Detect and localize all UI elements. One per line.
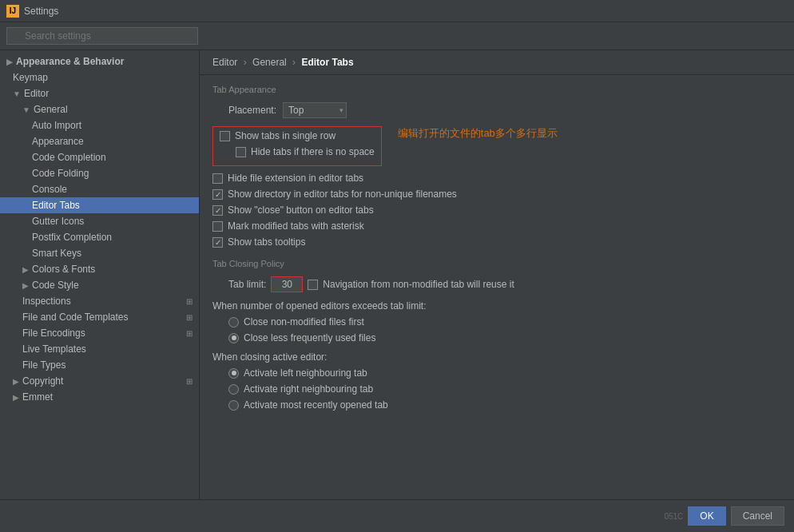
- sidebar-item-emmet[interactable]: ▶ Emmet: [0, 389, 199, 405]
- sidebar-item-smart-keys[interactable]: Smart Keys: [0, 245, 199, 261]
- radio-button[interactable]: [228, 400, 239, 411]
- ok-button[interactable]: OK: [688, 506, 725, 526]
- tab-limit-input[interactable]: [271, 276, 303, 292]
- placement-select[interactable]: Top Bottom Left Right: [283, 102, 347, 118]
- sidebar-item-gutter-icons[interactable]: Gutter Icons: [0, 213, 199, 229]
- radio-activate-recent: Activate most recently opened tab: [212, 399, 781, 411]
- checkbox-item[interactable]: Show "close" button on editor tabs: [212, 204, 374, 216]
- arrow-icon: ▶: [13, 393, 19, 402]
- sidebar-item-code-style[interactable]: ▶ Code Style: [0, 277, 199, 293]
- sidebar-item-live-templates[interactable]: Live Templates: [0, 341, 199, 357]
- checkbox-label: Show tabs in single row: [235, 130, 335, 141]
- checkbox-item[interactable]: Hide file extension in editor tabs: [212, 173, 363, 184]
- checkbox-item[interactable]: Hide tabs if there is no space: [236, 146, 375, 157]
- checkbox-mark-modified: Mark modified tabs with asterisk: [212, 220, 781, 232]
- sidebar-label: Inspections: [22, 296, 71, 307]
- radio-button[interactable]: [228, 384, 239, 395]
- sidebar-item-file-types[interactable]: File Types: [0, 357, 199, 373]
- main-container: 🔍 ▶ Appearance & Behavior Keymap ▼ Edito…: [0, 22, 794, 532]
- checkbox-label: Hide tabs if there is no space: [251, 146, 375, 157]
- checkbox-box[interactable]: [308, 280, 318, 290]
- sidebar-label: File Types: [22, 359, 66, 371]
- sidebar-label: File Encodings: [22, 328, 85, 339]
- radio-label: Activate most recently opened tab: [244, 399, 388, 411]
- sidebar-item-keymap[interactable]: Keymap: [0, 69, 199, 85]
- checkbox-show-tooltips: Show tabs tooltips: [212, 236, 781, 248]
- settings-content: Tab Appearance Placement: Top Bottom Lef…: [200, 75, 794, 425]
- breadcrumb-sep2: ›: [292, 57, 298, 68]
- arrow-icon: ▼: [13, 89, 21, 98]
- sidebar-item-appearance[interactable]: Appearance: [0, 133, 199, 149]
- bottom-bar: 051C OK Cancel: [0, 499, 794, 532]
- sidebar-item-editor[interactable]: ▼ Editor: [0, 85, 199, 101]
- checkbox-label: Show "close" button on editor tabs: [228, 204, 374, 216]
- checkbox-item[interactable]: Show tabs in single row: [220, 130, 335, 141]
- checkbox-label: Hide file extension in editor tabs: [228, 173, 363, 184]
- checkbox-item[interactable]: Show tabs tooltips: [212, 236, 305, 248]
- sidebar-item-editor-tabs[interactable]: Editor Tabs: [0, 197, 199, 213]
- sidebar-item-general[interactable]: ▼ General: [0, 101, 199, 117]
- radio-button[interactable]: [228, 317, 239, 328]
- sidebar-label: Live Templates: [22, 343, 86, 355]
- checkbox-box[interactable]: [212, 221, 223, 232]
- tab-closing-title: Tab Closing Policy: [212, 259, 781, 268]
- checkbox-item[interactable]: Show directory in editor tabs for non-un…: [212, 189, 457, 200]
- sidebar-label: Postfix Completion: [32, 232, 112, 243]
- checkbox-box[interactable]: [212, 237, 223, 248]
- sidebar-item-file-encodings[interactable]: File Encodings ⊞: [0, 325, 199, 341]
- external-icon: ⊞: [186, 297, 193, 306]
- placement-row: Placement: Top Bottom Left Right ▾: [212, 102, 781, 118]
- sidebar-label: Colors & Fonts: [32, 264, 95, 275]
- sidebar-item-colors-fonts[interactable]: ▶ Colors & Fonts: [0, 261, 199, 277]
- annotation-text: 编辑打开的文件的tab多个多行显示: [398, 126, 558, 141]
- sidebar-item-code-completion[interactable]: Code Completion: [0, 149, 199, 165]
- sidebar-item-inspections[interactable]: Inspections ⊞: [0, 293, 199, 309]
- checkbox-box[interactable]: [212, 173, 223, 184]
- sidebar-item-appearance-behavior[interactable]: ▶ Appearance & Behavior: [0, 54, 199, 69]
- cancel-button[interactable]: Cancel: [731, 506, 784, 526]
- breadcrumb-editor: Editor: [212, 57, 237, 68]
- sidebar-item-copyright[interactable]: ▶ Copyright ⊞: [0, 373, 199, 389]
- sidebar-label: Editor: [24, 88, 49, 99]
- checkbox-box[interactable]: [236, 147, 246, 157]
- sidebar-item-code-folding[interactable]: Code Folding: [0, 165, 199, 181]
- when-exceeds-label: When number of opened editors exceeds ta…: [212, 300, 781, 312]
- radio-label: Activate left neighbouring tab: [244, 367, 367, 379]
- sidebar-item-auto-import[interactable]: Auto Import: [0, 117, 199, 133]
- sidebar-label: Smart Keys: [32, 248, 81, 259]
- checkbox-hide-file-extension: Hide file extension in editor tabs: [212, 173, 781, 184]
- checkbox-item[interactable]: Navigation from non-modified tab will re…: [308, 279, 514, 290]
- placement-label: Placement:: [228, 105, 276, 116]
- external-icon: ⊞: [186, 313, 193, 322]
- sidebar-label: Console: [32, 184, 67, 195]
- checkbox-box[interactable]: [220, 131, 230, 141]
- arrow-icon: ▼: [22, 105, 30, 114]
- sidebar-item-console[interactable]: Console: [0, 181, 199, 197]
- search-bar: 🔍: [0, 22, 794, 50]
- single-row-section: Show tabs in single row Hide tabs if the…: [212, 126, 382, 166]
- sidebar-label: Code Style: [32, 280, 79, 291]
- sidebar-item-postfix-completion[interactable]: Postfix Completion: [0, 229, 199, 245]
- sidebar-label: Code Folding: [32, 168, 89, 179]
- when-closing-label: When closing active editor:: [212, 351, 781, 363]
- checkbox-label: Mark modified tabs with asterisk: [228, 220, 364, 232]
- checkbox-label: Show tabs tooltips: [228, 236, 305, 248]
- sidebar-label: Copyright: [22, 375, 63, 387]
- checkbox-show-tabs-single-row: Show tabs in single row: [220, 130, 375, 141]
- radio-label: Close non-modified files first: [244, 316, 364, 328]
- content-area: ▶ Appearance & Behavior Keymap ▼ Editor …: [0, 50, 794, 499]
- search-input[interactable]: [6, 27, 198, 45]
- checkbox-box[interactable]: [212, 189, 223, 200]
- sidebar: ▶ Appearance & Behavior Keymap ▼ Editor …: [0, 50, 200, 499]
- radio-label: Close less frequently used files: [244, 332, 375, 343]
- placement-select-wrapper: Top Bottom Left Right ▾: [283, 102, 347, 118]
- checkbox-box[interactable]: [212, 205, 223, 216]
- sidebar-label: Keymap: [13, 72, 48, 83]
- checkbox-show-directory: Show directory in editor tabs for non-un…: [212, 189, 781, 200]
- sidebar-label: Code Completion: [32, 152, 106, 163]
- radio-button[interactable]: [228, 368, 239, 379]
- sidebar-item-file-code-templates[interactable]: File and Code Templates ⊞: [0, 309, 199, 325]
- checkbox-item[interactable]: Mark modified tabs with asterisk: [212, 220, 364, 232]
- radio-button[interactable]: [228, 333, 239, 343]
- arrow-icon: ▶: [6, 58, 13, 66]
